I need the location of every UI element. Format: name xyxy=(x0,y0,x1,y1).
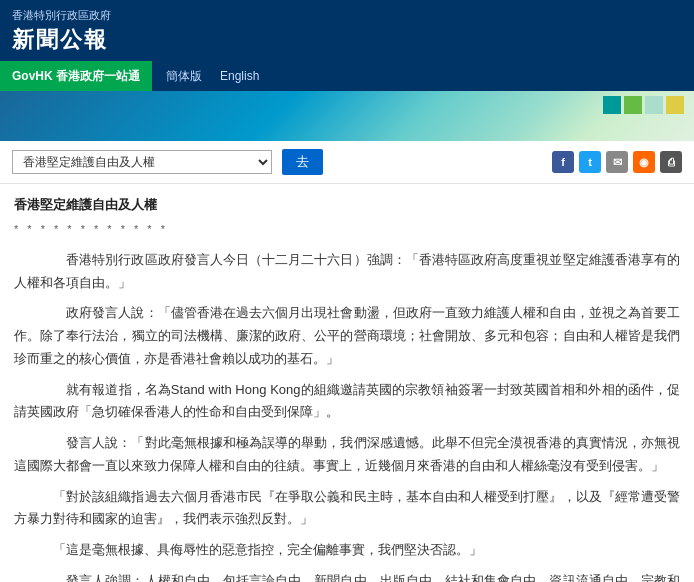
deco-square-2 xyxy=(624,96,642,114)
header: 香港特別行政區政府 新聞公報 xyxy=(0,0,694,61)
email-icon[interactable]: ✉ xyxy=(606,151,628,173)
gov-subtitle: 香港特別行政區政府 xyxy=(12,8,682,23)
para-1: 香港特別行政區政府發言人今日（十二月二十六日）強調：「香港特區政府高度重視並堅定… xyxy=(14,249,680,295)
para-4: 發言人說：「對此毫無根據和極為誤導的舉動，我們深感遺憾。此舉不但完全漠視香港的真… xyxy=(14,432,680,478)
para-5: 「對於該組織指過去六個月香港市民『在爭取公義和民主時，基本自由和人權受到打壓』，… xyxy=(14,486,680,532)
page-title: 新聞公報 xyxy=(12,25,682,55)
simplified-link[interactable]: 簡体版 xyxy=(152,68,216,85)
english-link[interactable]: English xyxy=(216,69,263,83)
banner-decoration xyxy=(603,96,684,114)
rss-icon[interactable]: ◉ xyxy=(633,151,655,173)
para-2: 政府發言人說：「儘管香港在過去六個月出現社會動盪，但政府一直致力維護人權和自由，… xyxy=(14,302,680,370)
para-6: 「這是毫無根據、具侮辱性的惡意指控，完全偏離事實，我們堅決否認。」 xyxy=(14,539,680,562)
article-select[interactable]: 香港堅定維護自由及人權 xyxy=(12,150,272,174)
para-3: 就有報道指，名為Stand with Hong Kong的組織邀請英國的宗教領袖… xyxy=(14,379,680,425)
deco-square-3 xyxy=(645,96,663,114)
article-body: 香港特別行政區政府發言人今日（十二月二十六日）強調：「香港特區政府高度重視並堅定… xyxy=(14,249,680,582)
twitter-icon[interactable]: t xyxy=(579,151,601,173)
stars-divider: * * * * * * * * * * * * xyxy=(14,220,680,239)
facebook-icon[interactable]: f xyxy=(552,151,574,173)
social-icons: f t ✉ ◉ ⎙ xyxy=(552,151,682,173)
article-title: 香港堅定維護自由及人權 xyxy=(14,194,680,216)
navbar: GovHK 香港政府一站通 簡体版 English xyxy=(0,61,694,91)
para-7: 發言人強調：人權和自由，包括言論自由、新聞自由、出版自由、結社和集會自由、資訊流… xyxy=(14,570,680,582)
govhk-link[interactable]: GovHK 香港政府一站通 xyxy=(0,61,152,91)
go-button[interactable]: 去 xyxy=(282,149,323,175)
print-icon[interactable]: ⎙ xyxy=(660,151,682,173)
banner xyxy=(0,91,694,141)
deco-square-1 xyxy=(603,96,621,114)
toolbar: 香港堅定維護自由及人權 去 f t ✉ ◉ ⎙ xyxy=(0,141,694,184)
article-content: 香港堅定維護自由及人權 * * * * * * * * * * * * 香港特別… xyxy=(0,184,694,582)
deco-square-4 xyxy=(666,96,684,114)
